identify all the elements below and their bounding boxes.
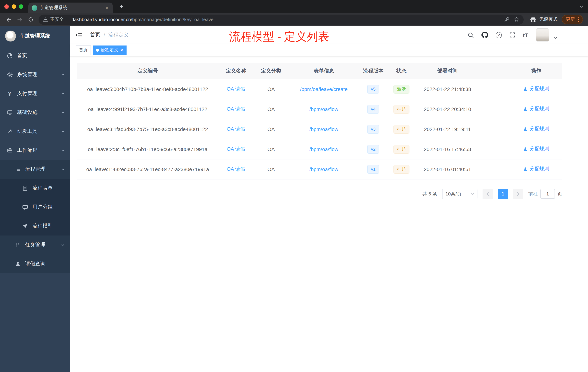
total-count: 共 5 条	[422, 191, 437, 197]
col-definition-id: 定义编号	[77, 63, 218, 79]
next-page-button[interactable]	[513, 189, 523, 199]
back-button[interactable]	[4, 14, 14, 25]
page-1-button[interactable]: 1	[498, 189, 508, 199]
tab-close-icon[interactable]: ×	[104, 5, 109, 11]
browser-menu-icon[interactable]	[578, 17, 579, 22]
user-avatar[interactable]	[536, 28, 549, 42]
chevron-down-icon	[61, 243, 65, 247]
person-icon	[15, 261, 21, 267]
goto-unit: 页	[557, 191, 562, 197]
definition-name-link[interactable]: OA 请假	[227, 166, 245, 172]
status-badge: 挂起	[393, 165, 410, 174]
col-filler	[479, 63, 510, 79]
page-content: 定义编号 定义名称 定义分类 表单信息 流程版本 状态 部署时间 操作	[70, 56, 588, 206]
forward-button[interactable]	[15, 14, 25, 25]
update-label: 更新	[566, 16, 575, 22]
table-header-row: 定义编号 定义名称 定义分类 表单信息 流程版本 状态 部署时间 操作	[77, 63, 562, 79]
sidebar-collapse-icon[interactable]	[76, 31, 84, 39]
help-icon[interactable]: ?	[496, 32, 502, 38]
breadcrumb-home[interactable]: 首页	[90, 32, 100, 38]
tag-home[interactable]: 首页	[76, 45, 91, 55]
sidebar-item-devtools[interactable]: 研发工具	[0, 122, 70, 141]
table-row: oa_leave:4:991f2193-7b7f-11ec-a3c8-acde4…	[77, 99, 562, 119]
sidebar-item-payment[interactable]: ¥ 支付管理	[0, 84, 70, 103]
sidebar-item-user-group[interactable]: 用户分组	[0, 198, 70, 217]
form-link[interactable]: /bpm/oa/flow	[309, 106, 338, 112]
form-link[interactable]: /bpm/oa/flow	[309, 146, 338, 152]
tab-title: 芋道管理系统	[40, 5, 101, 11]
sidebar-item-workflow[interactable]: 工作流程	[0, 141, 70, 160]
avatar-caret-icon[interactable]	[554, 36, 557, 40]
chevron-up-icon	[61, 167, 65, 171]
tag-process-definition[interactable]: 流程定义 ×	[93, 45, 126, 55]
address-bar[interactable]: 不安全 dashboard.yudao.iocoder.cn/bpm/manag…	[39, 14, 524, 25]
assign-rule-link[interactable]: 分配规则	[523, 126, 549, 132]
status-badge: 挂起	[393, 145, 410, 153]
version-badge: v2	[367, 145, 379, 153]
sidebar-item-system[interactable]: 系统管理	[0, 65, 70, 84]
incognito-icon	[529, 17, 537, 22]
cell-category: OA	[254, 99, 288, 119]
form-link[interactable]: /bpm/oa/flow	[309, 166, 338, 172]
not-secure-label[interactable]: 不安全	[50, 16, 64, 22]
new-tab-button[interactable]: +	[116, 2, 126, 11]
definition-name-link[interactable]: OA 请假	[227, 126, 245, 131]
col-process-version: 流程版本	[359, 63, 387, 79]
close-window-button[interactable]	[4, 4, 9, 9]
sidebar-item-process-model[interactable]: 流程模型	[0, 217, 70, 236]
bookmark-star-icon[interactable]	[514, 17, 519, 22]
fullscreen-window-button[interactable]	[19, 4, 23, 9]
form-link[interactable]: /bpm/oa/flow	[309, 126, 338, 132]
table-row: oa_leave:1:482ec033-762a-11ec-8477-a2380…	[77, 159, 562, 179]
person-icon	[523, 147, 528, 152]
assign-rule-link[interactable]: 分配规则	[523, 146, 549, 152]
assign-rule-link[interactable]: 分配规则	[523, 106, 549, 112]
assign-rule-link[interactable]: 分配规则	[523, 166, 549, 172]
sidebar-item-home[interactable]: 首页	[0, 46, 70, 65]
breadcrumb-separator: /	[104, 32, 105, 38]
sidebar-item-process-management[interactable]: 流程管理	[0, 160, 70, 179]
definition-name-link[interactable]: OA 请假	[227, 146, 245, 152]
cell-category: OA	[254, 79, 288, 99]
cell-category: OA	[254, 139, 288, 159]
prev-page-button[interactable]	[483, 189, 493, 199]
tab-favicon-icon	[32, 5, 37, 10]
url-path: /bpm/manager/definition?key=oa_leave	[131, 17, 214, 22]
home-icon	[7, 53, 13, 59]
github-icon[interactable]	[482, 32, 488, 38]
cell-id: oa_leave:5:004b710b-7b8a-11ec-8ef0-acde4…	[77, 79, 218, 99]
tags-view: 首页 流程定义 ×	[70, 44, 588, 56]
search-icon[interactable]	[468, 32, 474, 38]
breadcrumb: 首页 / 流程定义	[90, 32, 129, 38]
person-icon	[523, 87, 528, 91]
reload-button[interactable]	[25, 14, 36, 25]
browser-tab[interactable]: 芋道管理系统 ×	[28, 2, 113, 13]
page-size-select[interactable]: 10条/页	[442, 189, 477, 199]
cell-id: oa_leave:4:991f2193-7b7f-11ec-a3c8-acde4…	[77, 99, 218, 119]
sidebar-item-leave-query[interactable]: 请假查询	[0, 254, 70, 273]
form-link[interactable]: /bpm/oa/leave/create	[300, 86, 348, 92]
sidebar-item-task-management[interactable]: 任务管理	[0, 236, 70, 254]
text-size-icon[interactable]: tT	[523, 32, 528, 38]
tab-search-caret-icon[interactable]	[579, 4, 584, 9]
update-chrome-button[interactable]: 更新	[562, 15, 583, 24]
sidebar-item-infrastructure[interactable]: 基础设施	[0, 103, 70, 122]
tab-strip: 芋道管理系统 × +	[0, 0, 588, 13]
tag-close-icon[interactable]: ×	[120, 48, 123, 52]
definition-name-link[interactable]: OA 请假	[227, 86, 245, 92]
fullscreen-icon[interactable]	[509, 32, 515, 38]
definition-name-link[interactable]: OA 请假	[227, 106, 245, 111]
goto-page-input[interactable]	[540, 189, 555, 199]
table-row: oa_leave:5:004b710b-7b8a-11ec-8ef0-acde4…	[77, 79, 562, 99]
assign-rule-link[interactable]: 分配规则	[523, 86, 549, 92]
sidebar-item-process-form[interactable]: 流程表单	[0, 179, 70, 198]
cell-deploy-time: 2022-01-22 20:34:10	[416, 99, 479, 119]
monitor-icon	[7, 109, 13, 116]
minimize-window-button[interactable]	[12, 4, 16, 9]
cell-deploy-time: 2022-01-16 17:46:53	[416, 139, 479, 159]
app-logo[interactable]: 芋道管理系统	[0, 26, 70, 46]
password-key-icon[interactable]	[504, 17, 509, 22]
page-url[interactable]: dashboard.yudao.iocoder.cn/bpm/manager/d…	[72, 17, 500, 22]
incognito-badge: 无痕模式	[529, 16, 557, 22]
not-secure-warning-icon[interactable]	[43, 17, 48, 22]
